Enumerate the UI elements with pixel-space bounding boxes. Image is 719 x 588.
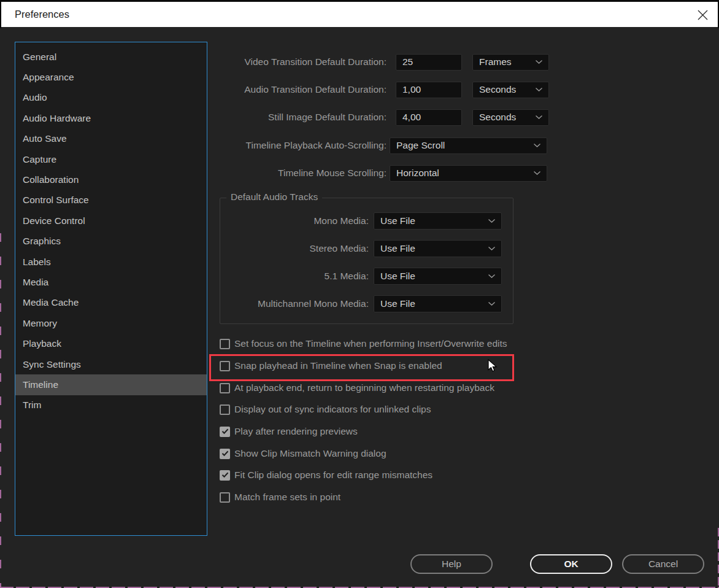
audio-track-select[interactable]: Use File [374,268,502,285]
close-button[interactable] [692,4,713,25]
sidebar-item-label: Trim [23,400,41,411]
audio-track-row: Multichannel Mono Media: Use File [220,295,502,312]
scrolling-select[interactable]: Horizontal [390,165,547,182]
ok-button[interactable]: OK [530,554,612,574]
scrolling-select-value: Horizontal [396,168,439,179]
checkbox-label: At playback end, return to beginning whe… [234,382,494,393]
scrolling-select-value: Page Scroll [396,140,445,151]
checkbox-row[interactable]: Set focus on the Timeline when performin… [220,338,507,350]
checkbox-row[interactable]: Play after rendering previews [220,425,358,438]
window-frame [0,0,1,28]
audio-track-row: 5.1 Media: Use File [220,268,502,285]
sidebar-item[interactable]: Control Surface [15,190,207,211]
audio-track-select-value: Use File [380,215,415,226]
checkbox[interactable] [220,427,230,437]
sidebar-item[interactable]: Timeline [15,374,207,395]
selection-ants [0,233,1,588]
sidebar-item[interactable]: Capture [15,149,207,169]
sidebar-item[interactable]: Audio Hardware [15,108,207,128]
field-label: Still Image Default Duration: [220,112,386,123]
cancel-button[interactable]: Cancel [622,554,704,574]
checkbox[interactable] [220,470,230,481]
close-icon [696,9,709,21]
sidebar-item[interactable]: Media [15,272,207,292]
checkbox-label: Show Clip Mismatch Warning dialog [234,448,386,459]
sidebar-item-label: Timeline [23,379,58,390]
checkmark-icon [221,451,229,457]
checkbox-label: Set focus on the Timeline when performin… [234,338,507,349]
sidebar-item-label: Collaboration [23,174,79,185]
audio-track-select-value: Use File [380,243,415,254]
audio-track-select[interactable]: Use File [374,212,502,230]
sidebar-item-label: Appearance [23,72,74,83]
audio-track-select-value: Use File [380,298,415,309]
sidebar-item-label: Capture [23,154,56,165]
unit-select[interactable]: Frames [472,54,549,71]
sidebar-item-label: Graphics [23,236,61,247]
sidebar-item[interactable]: Memory [15,313,207,333]
field-label: Multichannel Mono Media: [220,298,369,309]
sidebar-item[interactable]: Trim [15,395,207,416]
chevron-down-icon [535,115,543,120]
scrolling-row: Timeline Playback Auto-Scrolling: Page S… [220,137,547,154]
sidebar-item-label: Auto Save [23,133,67,144]
sidebar-item-label: Audio Hardware [23,113,91,124]
help-button[interactable]: Help [410,554,493,574]
sidebar-item[interactable]: Labels [15,252,207,272]
checkbox[interactable] [220,449,230,459]
sidebar-item[interactable]: Device Control [15,211,207,231]
field-label: Timeline Playback Auto-Scrolling: [220,140,386,151]
sidebar-item[interactable]: Audio [15,88,207,108]
audio-track-select[interactable]: Use File [374,240,502,257]
sidebar-item[interactable]: Graphics [15,231,207,252]
sidebar-item-label: Control Surface [23,195,89,206]
sidebar-item-label: Sync Settings [23,359,81,370]
sidebar-item-label: Device Control [23,215,85,226]
sidebar-item-label: Audio [23,92,47,103]
duration-input[interactable] [396,109,462,126]
unit-select[interactable]: Seconds [472,82,549,98]
checkbox-row[interactable]: At playback end, return to beginning whe… [220,382,494,394]
chevron-down-icon [535,60,543,64]
field-label: Video Transition Default Duration: [220,56,386,68]
audio-track-select-value: Use File [380,271,415,282]
duration-input[interactable] [396,54,462,71]
audio-track-row: Stereo Media: Use File [220,240,502,257]
checkmark-icon [221,428,229,435]
checkbox-row[interactable]: Show Clip Mismatch Warning dialog [220,447,386,460]
field-label: Stereo Media: [220,243,369,254]
checkbox-row[interactable]: Match frame sets in point [220,491,340,503]
unit-select-value: Seconds [479,112,516,123]
scrolling-select[interactable]: Page Scroll [390,137,547,154]
sidebar-item-label: Media [23,277,48,288]
sidebar-item[interactable]: Collaboration [15,169,207,190]
sidebar-item-label: Playback [23,338,61,349]
sidebar-item-label: Media Cache [23,297,79,308]
field-label: Mono Media: [220,215,369,226]
checkbox-label: Play after rendering previews [234,426,358,437]
sidebar-item[interactable]: Playback [15,333,207,354]
checkbox-row[interactable]: Fit Clip dialog opens for edit range mis… [220,469,433,481]
checkbox[interactable] [220,492,230,503]
checkbox[interactable] [220,383,230,393]
chevron-down-icon [533,143,541,148]
sidebar-item[interactable]: Media Cache [15,293,207,313]
chevron-down-icon [488,301,496,306]
checkbox-row[interactable]: Display out of sync indicators for unlin… [220,403,431,416]
duration-input[interactable] [396,82,462,98]
audio-track-select[interactable]: Use File [374,295,502,312]
sidebar-item[interactable]: Appearance [15,67,207,87]
duration-row: Still Image Default Duration: Seconds [220,109,549,126]
sidebar-item-label: Memory [23,318,57,329]
checkbox[interactable] [220,404,230,415]
unit-select[interactable]: Seconds [472,109,549,126]
field-label: 5.1 Media: [220,271,369,282]
sidebar-item[interactable]: Sync Settings [15,354,207,374]
checkbox-label: Match frame sets in point [234,492,340,503]
checkbox[interactable] [220,339,230,349]
unit-select-value: Frames [479,56,512,68]
category-list: General Appearance Audio Audio Hardware … [15,42,207,536]
sidebar-item[interactable]: Auto Save [15,129,207,149]
checkbox-label: Display out of sync indicators for unlin… [234,404,431,415]
sidebar-item[interactable]: General [15,47,207,67]
